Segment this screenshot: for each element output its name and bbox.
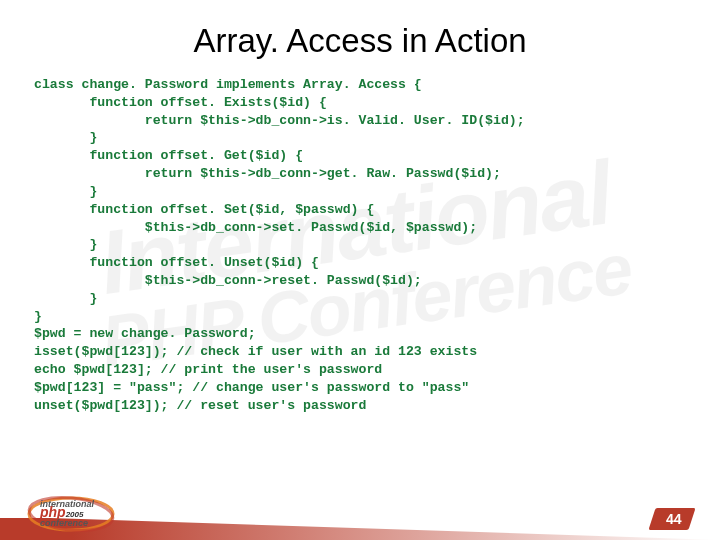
logo-text: international php2005 conference [40, 500, 94, 528]
code-block: class change. Password implements Array.… [0, 72, 720, 414]
logo-line3: conference [40, 518, 88, 528]
page-number: 44 [666, 511, 682, 527]
page-number-badge: 44 [649, 508, 696, 530]
conference-logo: international php2005 conference [26, 490, 116, 534]
footer: international php2005 conference 44 [0, 484, 720, 540]
slide-title: Array. Access in Action [0, 0, 720, 72]
